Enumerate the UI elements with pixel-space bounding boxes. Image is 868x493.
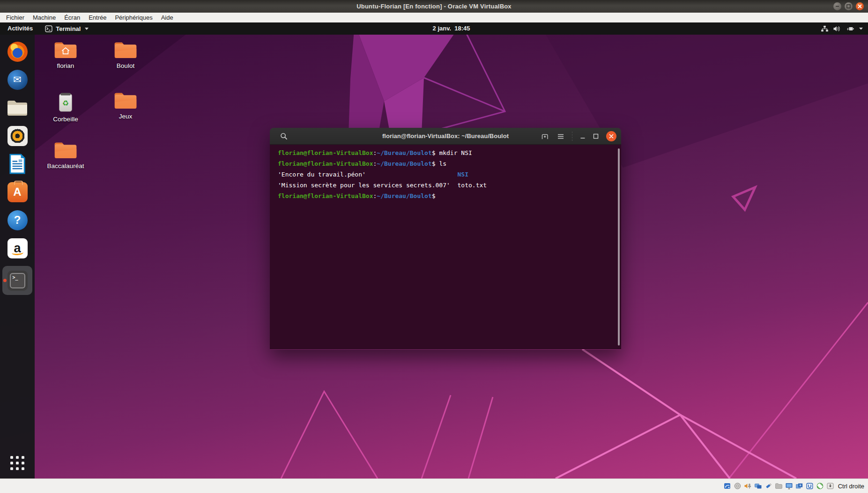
dock-item-libreoffice-writer[interactable] bbox=[2, 154, 32, 174]
close-button[interactable] bbox=[606, 131, 616, 141]
desktop-icon-label: Jeux bbox=[96, 113, 155, 120]
dock-item-thunderbird[interactable]: ✉ bbox=[2, 69, 32, 90]
vbox-menubar: FichierMachineÉcranEntréePériphériquesAi… bbox=[0, 13, 868, 22]
menu-item[interactable]: Fichier bbox=[2, 13, 29, 22]
menu-button[interactable] bbox=[557, 133, 564, 140]
hard-disk-icon[interactable] bbox=[723, 482, 732, 490]
network-tree-icon bbox=[821, 25, 829, 32]
mouse-integration-icon[interactable] bbox=[816, 482, 824, 490]
optical-disk-icon[interactable] bbox=[734, 482, 742, 490]
terminal-small-icon bbox=[45, 25, 52, 32]
svg-text:♻: ♻ bbox=[62, 99, 69, 108]
desktop-icon-label: Corbeille bbox=[37, 116, 95, 123]
clock[interactable]: 2 janv. 18:45 bbox=[433, 22, 470, 35]
vbox-titlebar: Ubuntu-Florian [En fonction] - Oracle VM… bbox=[0, 0, 868, 13]
menu-item[interactable]: Machine bbox=[29, 13, 60, 22]
caret-down-icon bbox=[859, 27, 863, 30]
volume-icon bbox=[833, 25, 840, 32]
menu-item[interactable]: Aide bbox=[157, 13, 178, 22]
recording-icon[interactable] bbox=[795, 482, 804, 490]
vbox-close-button[interactable] bbox=[856, 2, 864, 10]
virtualbox-window: Ubuntu-Florian [En fonction] - Oracle VM… bbox=[0, 0, 868, 493]
header-separator bbox=[572, 132, 572, 141]
battery-icon bbox=[845, 25, 854, 32]
dock-item-firefox[interactable] bbox=[2, 41, 32, 62]
terminal-line: 'Encore du travail.péon' NSI bbox=[278, 169, 612, 180]
vbox-window-controls bbox=[833, 2, 864, 10]
vbox-maximize-button[interactable] bbox=[845, 2, 853, 10]
ubuntu-topbar: Activités Terminal 2 janv. 18:45 bbox=[0, 22, 868, 35]
running-indicator bbox=[3, 279, 7, 282]
menu-item[interactable]: Écran bbox=[60, 13, 84, 22]
terminal-scrollbar[interactable] bbox=[618, 148, 620, 346]
display-icon[interactable] bbox=[785, 482, 794, 490]
activities-button[interactable]: Activités bbox=[0, 22, 40, 35]
new-tab-button[interactable] bbox=[541, 133, 549, 140]
dock-item-terminal[interactable]: >_ bbox=[2, 266, 32, 295]
terminal-body[interactable]: florian@florian-VirtualBox:~/Bureau/Boul… bbox=[270, 145, 621, 349]
audio-icon[interactable] bbox=[744, 482, 752, 490]
vbox-window-title: Ubuntu-Florian [En fonction] - Oracle VM… bbox=[356, 3, 512, 10]
minimize-button[interactable] bbox=[580, 133, 586, 139]
app-menu-terminal[interactable]: Terminal bbox=[40, 22, 93, 35]
desktop-icon-corbeille[interactable]: ♻Corbeille bbox=[37, 91, 95, 123]
dock-item-amazon[interactable]: a bbox=[2, 238, 32, 258]
terminal-line: florian@florian-VirtualBox:~/Bureau/Boul… bbox=[278, 191, 612, 201]
usb-icon[interactable] bbox=[764, 482, 773, 490]
vm-screen: Activités Terminal 2 janv. 18:45 ✉A?a>_ … bbox=[0, 22, 868, 478]
shared-folders-icon[interactable] bbox=[775, 482, 783, 490]
show-applications-button[interactable] bbox=[10, 456, 24, 470]
keyboard-capture-icon[interactable] bbox=[826, 482, 835, 490]
desktop-icon-jeux[interactable]: Jeux bbox=[96, 91, 155, 120]
maximize-button[interactable] bbox=[593, 133, 599, 139]
host-key-hint: Ctrl droite bbox=[838, 483, 864, 490]
terminal-titlebar[interactable]: florian@florian-VirtualBox: ~/Bureau/Bou… bbox=[270, 128, 621, 145]
desktop-icon-baccalaureat[interactable]: Baccalauréat bbox=[37, 140, 95, 169]
usb-controller-icon[interactable] bbox=[806, 482, 814, 490]
desktop-icon-florian[interactable]: florian bbox=[37, 40, 95, 69]
desktop-icon-label: florian bbox=[37, 62, 95, 69]
menu-item[interactable]: Entrée bbox=[84, 13, 111, 22]
terminal-line: florian@florian-VirtualBox:~/Bureau/Boul… bbox=[278, 147, 612, 158]
dock-item-help[interactable]: ? bbox=[2, 210, 32, 230]
terminal-line: 'Mission secrète pour les services secre… bbox=[278, 180, 612, 191]
dock-item-ubuntu-software[interactable]: A bbox=[2, 182, 32, 202]
terminal-window: florian@florian-VirtualBox: ~/Bureau/Bou… bbox=[270, 128, 621, 350]
dock-item-rhythmbox[interactable] bbox=[2, 125, 32, 146]
system-indicators[interactable] bbox=[821, 22, 863, 35]
vbox-statusbar: Ctrl droite bbox=[0, 478, 868, 493]
desktop-icon-label: Boulot bbox=[96, 62, 155, 69]
chevron-down-icon bbox=[85, 28, 89, 30]
menu-item[interactable]: Périphériques bbox=[111, 13, 156, 22]
dock: ✉A?a>_ bbox=[0, 35, 35, 478]
app-menu-label: Terminal bbox=[56, 25, 81, 32]
network-adapters-icon[interactable] bbox=[754, 482, 763, 490]
desktop-icon-label: Baccalauréat bbox=[37, 162, 95, 169]
vbox-minimize-button[interactable] bbox=[833, 2, 841, 10]
desktop-icon-boulot[interactable]: Boulot bbox=[96, 40, 155, 69]
dock-item-files[interactable] bbox=[2, 97, 32, 118]
terminal-line: florian@florian-VirtualBox:~/Bureau/Boul… bbox=[278, 158, 612, 169]
